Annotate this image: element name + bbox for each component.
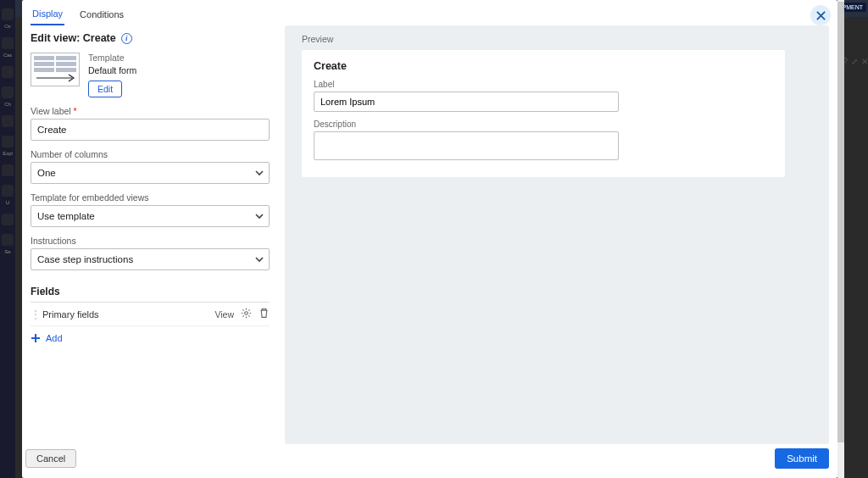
num-columns-label: Number of columns [31, 149, 270, 159]
preview-label: Preview [302, 34, 812, 44]
preview-panel: Preview Create Label Description [285, 25, 829, 444]
info-icon[interactable]: i [121, 33, 132, 44]
scrollbar-thumb[interactable] [837, 2, 844, 442]
panel-title: Edit view: Create [31, 32, 116, 44]
embedded-template-select[interactable]: Use template [31, 205, 270, 227]
view-label-label: View label * [31, 106, 270, 116]
edit-template-button[interactable]: Edit [88, 81, 122, 97]
edit-view-modal: Display Conditions Edit view: Create i [22, 0, 837, 478]
field-row-primary[interactable]: ⋮ Primary fields View [31, 303, 270, 326]
add-field-button[interactable]: Add [31, 333, 270, 343]
num-columns-select[interactable]: One [31, 162, 270, 184]
gear-icon[interactable] [241, 308, 252, 320]
svg-point-1 [245, 312, 248, 315]
modal-tabs: Display Conditions [22, 0, 837, 25]
add-label: Add [46, 333, 63, 343]
template-value: Default form [88, 65, 136, 75]
close-button[interactable] [810, 5, 831, 25]
app-left-rail: Ov Cas Ch Expl U Se [0, 0, 15, 478]
preview-label-label: Label [314, 80, 773, 89]
field-name: Primary fields [42, 309, 208, 320]
preview-description-input[interactable] [314, 131, 619, 160]
trash-icon[interactable] [259, 308, 270, 320]
view-label-input[interactable] [31, 119, 270, 141]
submit-button[interactable]: Submit [775, 448, 829, 469]
preview-card: Create Label Description [302, 50, 785, 177]
template-label: Template [88, 53, 136, 63]
preview-description-label: Description [314, 119, 773, 129]
modal-scrollbar[interactable] [837, 0, 844, 478]
arrow-icon [35, 74, 75, 82]
drag-handle-icon[interactable]: ⋮ [31, 309, 36, 320]
close-icon [816, 11, 826, 20]
embedded-template-label: Template for embedded views [31, 192, 270, 203]
preview-heading: Create [314, 60, 773, 72]
modal-footer: Cancel Submit [22, 444, 837, 478]
template-thumbnail [31, 53, 80, 86]
plus-icon [31, 333, 41, 343]
cancel-button[interactable]: Cancel [25, 449, 76, 468]
fields-heading: Fields [31, 286, 270, 297]
tab-conditions[interactable]: Conditions [78, 8, 125, 25]
tab-display[interactable]: Display [31, 7, 64, 25]
config-panel: Edit view: Create i Template Default for… [31, 25, 270, 444]
instructions-select[interactable]: Case step instructions [31, 248, 270, 270]
instructions-label: Instructions [31, 236, 270, 246]
field-view-label: View [214, 309, 234, 320]
preview-label-input[interactable] [314, 92, 619, 112]
